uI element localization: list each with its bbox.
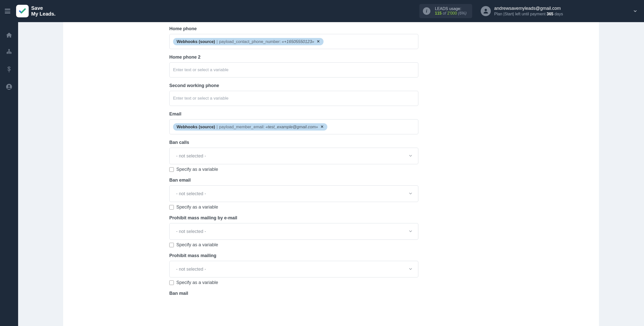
- select-prohibit-mass-mailing-email[interactable]: - not selected -: [169, 223, 418, 240]
- checkbox-label[interactable]: Specify as a variable: [176, 167, 218, 172]
- leads-usage-current: 115: [435, 11, 442, 15]
- select-text: - not selected -: [176, 191, 206, 196]
- select-prohibit-mass-mailing[interactable]: - not selected -: [169, 261, 418, 277]
- select-ban-email[interactable]: - not selected -: [169, 185, 418, 202]
- chip-source: Webhooks (source): [177, 125, 215, 129]
- checkbox-label[interactable]: Specify as a variable: [176, 205, 218, 210]
- input-home-phone-2[interactable]: [169, 62, 418, 77]
- logo-line1: Save: [31, 5, 43, 11]
- label-email: Email: [169, 111, 418, 117]
- input-home-phone[interactable]: Webhooks (source) | payload_contact_phon…: [169, 34, 418, 49]
- leads-usage-widget[interactable]: i LEADS usage: 115 of 2'000 (6%): [419, 4, 472, 18]
- svg-rect-3: [9, 52, 10, 53]
- label-prohibit-mass-mailing: Prohibit mass mailing: [169, 253, 418, 258]
- sidebar: [0, 22, 18, 326]
- field-ban-mail: Ban mail: [169, 291, 418, 296]
- user-menu-caret[interactable]: [632, 8, 638, 14]
- chip-email[interactable]: Webhooks (source) | payload_member_email…: [173, 123, 327, 131]
- logo-line2: My Leads.: [31, 11, 56, 17]
- hamburger-menu-icon[interactable]: [3, 7, 12, 16]
- svg-rect-2: [7, 52, 8, 53]
- select-text: - not selected -: [176, 229, 206, 234]
- nav-integrations-icon[interactable]: [6, 49, 13, 56]
- checkbox-ban-calls-var[interactable]: [169, 167, 174, 172]
- user-email: andrewsavemyleads@gmail.com: [494, 5, 563, 11]
- logo-mark-icon: [16, 5, 29, 17]
- label-ban-calls: Ban calls: [169, 140, 418, 145]
- user-icon: [482, 8, 489, 14]
- user-menu[interactable]: andrewsavemyleads@gmail.com Plan |Start|…: [481, 5, 563, 17]
- checkbox-ban-email-var[interactable]: [169, 205, 174, 210]
- chip-value: «test_example@gmail.com»: [266, 125, 318, 129]
- select-text: - not selected -: [176, 267, 206, 272]
- label-home-phone-2: Home phone 2: [169, 55, 418, 60]
- chevron-down-icon: [408, 266, 413, 272]
- checkbox-label[interactable]: Specify as a variable: [176, 280, 218, 285]
- field-prohibit-mass-mailing: Prohibit mass mailing - not selected - S…: [169, 253, 418, 285]
- user-plan-line: Plan |Start| left until payment 365 days: [494, 11, 563, 17]
- chip-value: «+16505550123»: [282, 39, 314, 44]
- chip-field-name: payload_member_email:: [219, 125, 265, 129]
- field-prohibit-mass-mailing-email: Prohibit mass mailing by e-mail - not se…: [169, 215, 418, 248]
- svg-rect-4: [10, 52, 12, 53]
- field-home-phone: Home phone Webhooks (source) | payload_c…: [169, 26, 418, 49]
- field-second-working-phone: Second working phone: [169, 83, 418, 106]
- select-text: - not selected -: [176, 153, 206, 159]
- form-panel: Home phone Webhooks (source) | payload_c…: [63, 22, 599, 326]
- logo[interactable]: Save My Leads.: [16, 5, 56, 17]
- checkbox-prohibit-mass-mailing-var[interactable]: [169, 280, 174, 285]
- leads-usage-title: LEADS usage:: [435, 7, 467, 11]
- chevron-down-icon: [408, 153, 413, 159]
- leads-usage-of: of: [443, 11, 446, 15]
- field-home-phone-2: Home phone 2: [169, 55, 418, 77]
- chip-remove-icon[interactable]: ✕: [320, 125, 324, 129]
- leads-usage-percent: (6%): [458, 11, 467, 15]
- chip-home-phone[interactable]: Webhooks (source) | payload_contact_phon…: [173, 38, 324, 45]
- select-ban-calls[interactable]: - not selected -: [169, 148, 418, 164]
- input-email[interactable]: Webhooks (source) | payload_member_email…: [169, 119, 418, 134]
- avatar-icon: [481, 6, 491, 16]
- chip-remove-icon[interactable]: ✕: [317, 39, 320, 44]
- svg-rect-1: [9, 49, 10, 50]
- svg-point-0: [485, 9, 487, 11]
- chip-field-name: payload_contact_phone_number:: [219, 39, 281, 44]
- header-bar: Save My Leads. i LEADS usage: 115 of 2'0…: [0, 0, 644, 22]
- content-area: Home phone Webhooks (source) | payload_c…: [18, 22, 644, 326]
- label-second-working-phone: Second working phone: [169, 83, 418, 88]
- checkbox-label[interactable]: Specify as a variable: [176, 242, 218, 248]
- label-ban-email: Ban email: [169, 178, 418, 183]
- checkmark-icon: [18, 7, 26, 15]
- chevron-down-icon: [633, 9, 638, 14]
- label-ban-mail: Ban mail: [169, 291, 418, 296]
- logo-text: Save My Leads.: [31, 5, 56, 17]
- leads-usage-total: 2'000: [447, 11, 457, 15]
- text-input-home-phone-2[interactable]: [173, 65, 415, 74]
- nav-billing-icon[interactable]: [6, 65, 12, 74]
- label-home-phone: Home phone: [169, 26, 418, 31]
- label-prohibit-mass-mailing-email: Prohibit mass mailing by e-mail: [169, 215, 418, 221]
- checkbox-prohibit-mass-mailing-email-var[interactable]: [169, 243, 174, 247]
- input-second-working-phone[interactable]: [169, 91, 418, 106]
- info-icon: i: [423, 7, 430, 15]
- field-ban-email: Ban email - not selected - Specify as a …: [169, 178, 418, 210]
- nav-account-icon[interactable]: [6, 83, 13, 91]
- chip-source: Webhooks (source): [177, 39, 215, 44]
- text-input-second-working-phone[interactable]: [173, 94, 415, 103]
- chevron-down-icon: [408, 191, 413, 197]
- svg-point-6: [8, 85, 10, 87]
- field-ban-calls: Ban calls - not selected - Specify as a …: [169, 140, 418, 172]
- chevron-down-icon: [408, 229, 413, 234]
- field-email: Email Webhooks (source) | payload_member…: [169, 111, 418, 134]
- nav-home-icon[interactable]: [6, 32, 13, 39]
